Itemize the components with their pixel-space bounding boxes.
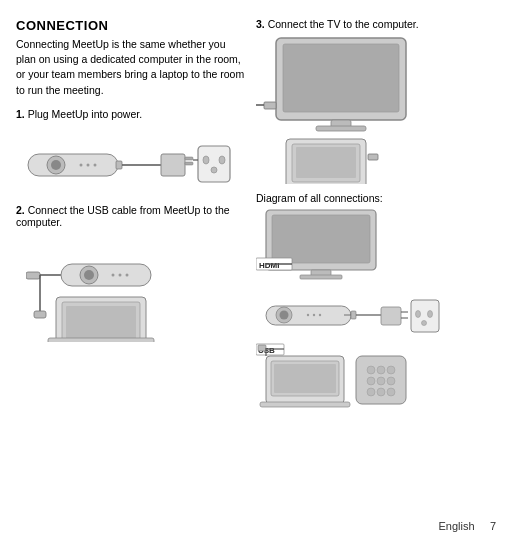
svg-rect-8 [161,154,185,176]
svg-point-22 [119,273,122,276]
svg-rect-25 [34,311,46,318]
intro-text: Connecting MeetUp is the same whether yo… [16,37,246,98]
right-column: 3. Connect the TV to the computer. [256,18,496,528]
svg-point-51 [307,314,309,316]
svg-point-80 [377,388,385,396]
svg-rect-28 [66,306,136,342]
svg-rect-0 [28,154,118,176]
svg-rect-11 [198,146,230,182]
svg-point-23 [126,273,129,276]
svg-rect-44 [300,275,342,279]
svg-point-3 [80,163,83,166]
svg-point-73 [367,366,375,374]
step3-illustration [256,34,496,184]
svg-rect-18 [61,264,151,286]
svg-rect-9 [185,157,193,160]
svg-rect-40 [368,154,378,160]
svg-point-20 [84,270,94,280]
svg-rect-38 [296,147,356,178]
svg-rect-59 [411,300,439,332]
page: CONNECTION Connecting MeetUp is the same… [0,0,512,542]
svg-rect-29 [48,338,154,342]
svg-rect-31 [283,44,399,112]
svg-rect-33 [316,126,366,131]
svg-text:HDMI: HDMI [259,261,279,270]
svg-point-53 [319,314,321,316]
svg-rect-16 [26,272,40,279]
svg-point-61 [428,311,433,318]
svg-point-74 [377,366,385,374]
svg-point-14 [211,167,217,173]
svg-rect-56 [381,307,401,325]
svg-point-81 [387,388,395,396]
svg-rect-6 [116,161,122,169]
left-column: CONNECTION Connecting MeetUp is the same… [16,18,246,528]
svg-point-52 [313,314,315,316]
svg-point-77 [377,377,385,385]
svg-point-5 [94,163,97,166]
svg-rect-70 [258,345,266,351]
svg-rect-54 [351,311,356,319]
step1-label: 1. Plug MeetUp into power. [16,108,246,120]
svg-rect-42 [272,215,370,263]
svg-rect-68 [274,364,336,393]
footer: English 7 [439,520,496,532]
svg-point-12 [203,156,209,164]
svg-point-62 [422,321,427,326]
step1-illustration [16,124,246,196]
svg-point-13 [219,156,225,164]
svg-point-78 [387,377,395,385]
footer-page: 7 [490,520,496,532]
svg-rect-69 [260,402,350,407]
step3-label: 3. Connect the TV to the computer. [256,18,496,30]
footer-language: English [439,520,475,532]
svg-rect-10 [185,162,193,165]
svg-point-2 [51,160,61,170]
svg-point-4 [87,163,90,166]
svg-rect-34 [264,102,276,109]
svg-point-50 [280,311,289,320]
diagram-label: Diagram of all connections: [256,192,496,204]
step2-label: 2. Connect the USB cable from MeetUp to … [16,204,246,228]
svg-point-76 [367,377,375,385]
diagram-illustration: HDMI [256,208,496,408]
step2-illustration [16,232,246,342]
svg-point-75 [387,366,395,374]
svg-point-21 [112,273,115,276]
svg-point-60 [416,311,421,318]
svg-point-79 [367,388,375,396]
section-title: CONNECTION [16,18,246,33]
